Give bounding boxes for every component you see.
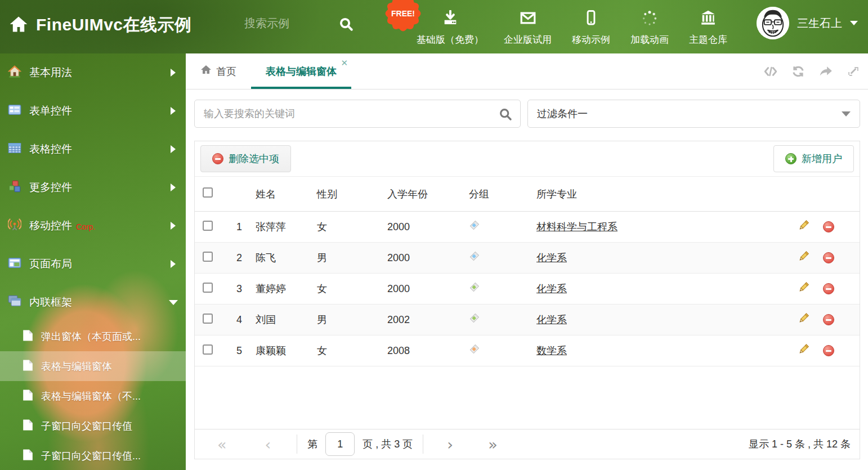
expand-icon[interactable]	[847, 65, 860, 78]
row-checkbox[interactable]	[203, 344, 213, 355]
share-icon[interactable]	[818, 65, 833, 78]
file-icon	[23, 389, 33, 404]
delete-row-icon[interactable]	[823, 252, 834, 263]
prev-page-button[interactable]: ‹	[265, 437, 271, 452]
nav-theme-store[interactable]: 主题仓库	[679, 10, 737, 46]
col-header-year[interactable]: 入学年份	[387, 177, 469, 212]
row-checkbox[interactable]	[203, 283, 213, 293]
code-icon[interactable]	[763, 65, 778, 78]
table-color-icon	[8, 142, 21, 156]
user-menu[interactable]: 三生石上	[757, 7, 858, 39]
tag-icon	[469, 282, 480, 293]
major-link[interactable]: 数学系	[536, 345, 567, 356]
delete-row-icon[interactable]	[823, 314, 834, 325]
row-checkbox[interactable]	[203, 221, 213, 231]
cell-gender: 女	[317, 274, 387, 305]
delete-row-icon[interactable]	[823, 345, 834, 356]
col-header-major[interactable]: 所学专业	[536, 177, 798, 212]
keyword-search-input[interactable]	[195, 100, 475, 127]
refresh-icon[interactable]	[791, 65, 805, 78]
search-icon[interactable]	[499, 108, 512, 123]
col-header-group[interactable]: 分组	[469, 177, 536, 212]
grid-toolbar: 删除选中项 新增用户	[195, 141, 860, 176]
close-icon[interactable]: ✕	[341, 58, 348, 68]
sidebar-item-basic[interactable]: 基本用法	[0, 53, 186, 92]
row-number: 4	[222, 305, 247, 335]
cell-year: 2008	[387, 335, 469, 366]
file-icon	[23, 449, 33, 463]
frames-color-icon	[8, 295, 21, 310]
row-checkbox[interactable]	[203, 314, 213, 324]
cell-name: 陈飞	[247, 243, 317, 274]
sidebar-subitem-child-to-parent[interactable]: 子窗口向父窗口传值	[0, 411, 186, 441]
cell-name: 康颖颖	[247, 335, 317, 366]
major-link[interactable]: 材料科学与工程系	[536, 221, 618, 232]
tag-icon	[469, 313, 480, 324]
chevron-down-icon	[169, 300, 178, 305]
col-header-name[interactable]: 姓名	[247, 177, 317, 212]
table-row: 3 董婷婷 女 2000 化学系	[195, 274, 860, 305]
app-title: FineUIMvc在线示例	[36, 14, 192, 37]
row-number: 1	[222, 212, 247, 243]
major-link[interactable]: 化学系	[536, 314, 567, 325]
chevron-down-icon	[850, 21, 858, 25]
nav-mobile-demo[interactable]: 移动示例	[562, 10, 620, 46]
last-page-button[interactable]: »	[488, 437, 498, 452]
tab-home[interactable]: 首页	[186, 53, 251, 89]
cell-gender: 男	[317, 243, 387, 274]
keyword-search-box	[194, 100, 521, 128]
filter-dropdown[interactable]: 过滤条件一	[527, 100, 860, 128]
delete-selected-button[interactable]: 删除选中项	[200, 145, 291, 172]
brand[interactable]: FineUIMvc在线示例	[9, 14, 192, 37]
avatar	[757, 7, 789, 39]
tag-icon	[469, 220, 480, 231]
bank-icon	[700, 10, 717, 28]
sidebar-subitem-grid-edit-window-no[interactable]: 表格与编辑窗体（不...	[0, 381, 186, 411]
cell-name: 刘国	[247, 305, 317, 335]
row-checkbox[interactable]	[203, 252, 213, 262]
sidebar-item-layout[interactable]: 页面布局	[0, 245, 186, 283]
nav-loading-anim[interactable]: 加载动画	[620, 10, 679, 46]
edit-pencil-icon[interactable]	[798, 250, 809, 265]
major-link[interactable]: 化学系	[536, 252, 567, 263]
table-row: 2 陈飞 男 2000 化学系	[195, 243, 860, 274]
main-content: 首页 表格与编辑窗体 ✕	[186, 53, 868, 470]
tab-grid-edit-window[interactable]: 表格与编辑窗体 ✕	[251, 53, 351, 89]
sidebar-subitem-child-to-parent-2[interactable]: 子窗口向父窗口传值...	[0, 441, 186, 470]
sidebar-subitem-grid-edit-window[interactable]: 表格与编辑窗体	[0, 351, 186, 381]
edit-pencil-icon[interactable]	[798, 281, 809, 296]
sidebar-item-mobile[interactable]: 移动控件 Corp.	[0, 207, 186, 245]
add-user-button[interactable]: 新增用户	[773, 145, 854, 172]
cell-year: 2000	[387, 243, 469, 274]
col-header-gender[interactable]: 性别	[317, 177, 387, 212]
pager-divider	[297, 435, 297, 454]
page-number-input[interactable]	[325, 432, 355, 456]
nav-enterprise-trial[interactable]: 企业版试用	[494, 10, 562, 46]
sidebar-item-form[interactable]: 表单控件	[0, 92, 186, 130]
home-icon	[200, 65, 212, 78]
top-header: FineUIMvc在线示例 FREE! 基础版（免费） 企业版试用	[0, 0, 868, 53]
delete-row-icon[interactable]	[823, 283, 834, 294]
username: 三生石上	[797, 16, 842, 31]
cell-name: 董婷婷	[247, 274, 317, 305]
table-row: 1 张萍萍 女 2000 材料科学与工程系	[195, 212, 860, 243]
edit-pencil-icon[interactable]	[798, 343, 809, 358]
first-page-button[interactable]: «	[217, 437, 227, 452]
file-icon	[23, 359, 33, 374]
row-number: 3	[222, 274, 247, 305]
sidebar-item-more[interactable]: 更多控件	[0, 168, 186, 207]
major-link[interactable]: 化学系	[536, 283, 567, 294]
edit-pencil-icon[interactable]	[798, 312, 809, 327]
file-icon	[23, 419, 33, 433]
delete-row-icon[interactable]	[823, 221, 834, 232]
mobile-icon	[583, 10, 599, 28]
sidebar-subitem-popup-window[interactable]: 弹出窗体（本页面或...	[0, 321, 186, 351]
select-all-checkbox[interactable]	[203, 187, 213, 198]
nav-basic-free[interactable]: 基础版（免费）	[406, 10, 494, 46]
header-search-icon[interactable]	[339, 17, 354, 34]
sidebar-item-grid[interactable]: 表格控件	[0, 130, 186, 168]
next-page-button[interactable]: ›	[447, 437, 453, 452]
grid-header-row: 姓名 性别 入学年份 分组 所学专业	[195, 177, 860, 212]
edit-pencil-icon[interactable]	[798, 220, 809, 234]
sidebar-item-iframe[interactable]: 内联框架	[0, 283, 186, 321]
